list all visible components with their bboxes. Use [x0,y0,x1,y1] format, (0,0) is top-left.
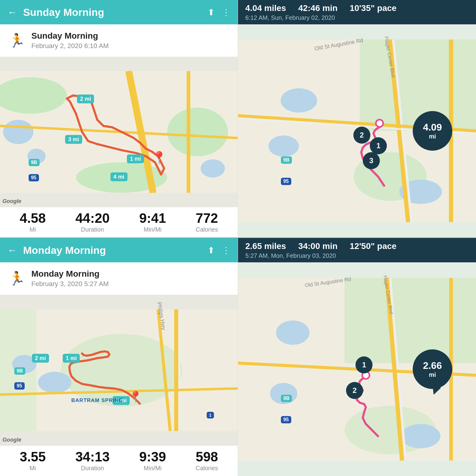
sunday-map-left[interactable]: 1 mi 2 mi 3 mi 4 mi 9B 95 📍 Google [0,57,238,207]
sunday-distance-stat: 4.58 Mi [20,212,46,233]
sunday-act-name: Sunday Morning [31,31,109,41]
monday-right-pace: 12'50" pace [350,241,397,251]
monday-distance-value: 3.55 [20,450,46,464]
monday-calories-stat: 598 Calories [196,450,218,472]
sunday-calories-label: Calories [196,226,218,233]
sunday-right-date: 6:12 AM, Sun, February 02, 2020 [245,14,469,21]
sunday-bubble-unit: mi [429,133,436,140]
monday-mile-1: 1 mi [63,354,80,362]
svg-point-24 [401,424,440,448]
sunday-pin-3: 3 [363,152,380,169]
monday-duration-value: 34:13 [75,450,110,464]
sunday-distance-label: Mi [30,226,36,233]
svg-point-13 [376,120,383,127]
monday-header: ← Monday Morning ⬆ ⋮ [0,238,238,262]
monday-right-panel: 2.65 miles 34:00 min 12'50" pace 5:27 AM… [238,238,476,476]
sunday-duration-stat: 44:20 Duration [75,212,110,233]
monday-9b-shield: 9B [14,367,25,375]
monday-duration-label: Duration [81,465,104,472]
monday-more-button[interactable]: ⋮ [222,245,230,255]
svg-point-6 [201,159,225,177]
highway-95-shield: 95 [29,174,39,181]
sunday-right-pace: 10'35" pace [350,3,397,13]
monday-left-panel: ← Monday Morning ⬆ ⋮ 🏃 Monday Morning Fe… [0,238,238,476]
monday-share-button[interactable]: ⬆ [208,245,215,255]
sunday-pace-value: 9:41 [139,212,166,225]
sunday-calories-stat: 772 Calories [196,212,218,233]
mile-marker-3: 3 mi [65,135,82,144]
monday-distance-stat: 3.55 Mi [20,450,46,472]
monday-bubble-unit: mi [429,371,436,378]
sunday-activity-info: 🏃 Sunday Morning February 2, 2020 6:10 A… [0,24,238,57]
svg-point-22 [276,320,310,345]
monday-right-stats-row: 2.65 miles 34:00 min 12'50" pace [245,241,469,251]
monday-act-date: February 3, 2020 5:27 AM [31,280,109,288]
sunday-distance-value: 4.58 [20,212,46,225]
mile-marker-4: 4 mi [110,173,127,181]
sunday-right-time: 42:46 min [298,3,338,13]
monday-right-header: 2.65 miles 34:00 min 12'50" pace 5:27 AM… [238,238,476,262]
run-icon: 🏃 [9,33,25,48]
highway-95-right-shield: 95 [281,178,291,185]
monday-9b-right-shield: 9B [281,395,292,402]
svg-point-2 [167,108,228,156]
monday-mile-2: 2 mi [32,354,49,362]
monday-pin-1: 1 [355,356,373,373]
monday-map-left[interactable]: 1 mi 2 mi 3 mi 9B 95 Philips Hwy BARTRAM… [0,295,238,446]
svg-point-11 [268,135,299,157]
destination-pin: 📍 [152,151,167,165]
svg-point-4 [3,120,33,144]
sunday-header: ← Sunday Morning ⬆ ⋮ [0,0,238,24]
monday-right-date: 5:27 AM, Mon, February 03, 2020 [245,252,469,259]
monday-activity-info: 🏃 Monday Morning February 3, 2020 5:27 A… [0,262,238,295]
sunday-right-panel: 4.04 miles 42:46 min 10'35" pace 6:12 AM… [238,0,476,238]
monday-right-miles: 2.65 miles [245,241,286,251]
monday-pace-label: Min/Mi [144,465,162,472]
monday-pin-2: 2 [346,382,363,399]
sunday-pin-2: 2 [353,127,370,144]
monday-stats-bar: 3.55 Mi 34:13 Duration 9:39 Min/Mi 598 C… [0,446,238,476]
svg-rect-20 [345,278,476,363]
monday-bubble-value: 2.66 [423,360,442,371]
sunday-right-map[interactable]: Old St Augustine Rd Flagler Center Blvd … [238,24,476,237]
monday-act-name: Monday Morning [31,269,109,279]
monday-right-time: 34:00 min [298,241,338,251]
sunday-stats-bar: 4.58 Mi 44:20 Duration 9:41 Min/Mi 772 C… [0,207,238,237]
monday-right-map[interactable]: Old St Augustine Rd Flagler Center Blvd … [238,262,476,476]
monday-calories-label: Calories [196,465,218,472]
sunday-pace-label: Min/Mi [144,226,162,233]
sunday-title: Sunday Morning [23,6,200,18]
more-button[interactable]: ⋮ [222,7,230,17]
sunday-right-miles: 4.04 miles [245,3,286,13]
sunday-pin-1: 1 [370,137,387,154]
back-button[interactable]: ← [7,7,17,18]
monday-title: Monday Morning [23,244,200,256]
mile-marker-1: 1 mi [127,155,144,163]
bartram-spring-label: BARTRAM SPRING [71,397,123,404]
sunday-duration-label: Duration [81,226,104,233]
monday-1-shield: 1 [207,412,214,418]
sunday-act-date: February 2, 2020 6:10 AM [31,42,109,50]
sunday-right-header: 4.04 miles 42:46 min 10'35" pace 6:12 AM… [238,0,476,24]
highway-9b-right-shield: 9B [281,156,292,164]
highway-9b-shield: 9B [29,159,40,166]
sunday-bubble-value: 4.09 [423,122,442,133]
sunday-left-panel: ← Sunday Morning ⬆ ⋮ 🏃 Sunday Morning Fe… [0,0,238,238]
monday-calories-value: 598 [196,450,218,464]
svg-point-17 [38,372,72,393]
monday-google-watermark: Google [2,437,21,443]
sunday-calories-value: 772 [196,212,218,225]
monday-back-button[interactable]: ← [7,245,17,256]
monday-distance-bubble: 2.66 mi [413,349,452,389]
svg-point-10 [281,88,317,113]
share-button[interactable]: ⬆ [208,7,215,17]
google-watermark: Google [2,198,21,205]
sunday-pace-stat: 9:41 Min/Mi [139,212,166,233]
monday-duration-stat: 34:13 Duration [75,450,110,472]
sunday-distance-bubble: 4.09 mi [413,111,452,151]
monday-95-shield: 95 [14,382,25,390]
monday-pace-stat: 9:39 Min/Mi [139,450,166,472]
monday-pace-value: 9:39 [139,450,166,464]
sunday-right-stats-row: 4.04 miles 42:46 min 10'35" pace [245,3,469,13]
monday-run-icon: 🏃 [9,271,25,286]
